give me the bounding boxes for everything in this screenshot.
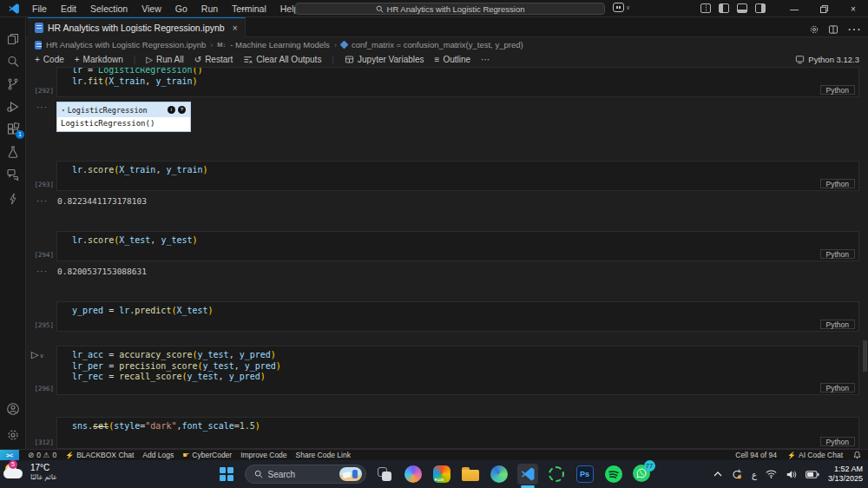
toggle-panel-icon[interactable] [737,3,747,13]
notebook-cell[interactable]: lr.score(X_train, y_train)Python [56,161,859,191]
menu-edit[interactable]: Edit [55,2,82,16]
output-options-icon[interactable]: ··· [36,104,48,111]
notifications-bell-icon[interactable] [853,451,861,459]
breadcrumb-section[interactable]: - Machine Learning Models [230,40,330,49]
blackbox-lightning-icon[interactable] [0,188,26,210]
taskbar-search[interactable]: Search [245,465,366,484]
update-sync-icon[interactable] [731,469,743,480]
toggle-primary-sidebar-icon[interactable] [719,3,729,13]
toolbar-more-icon[interactable]: ··· [481,55,490,64]
add-logs-button[interactable]: Add Logs [142,451,174,459]
weather-widget[interactable]: 5 17°C غائم غالبًا [2,461,56,484]
split-editor-icon[interactable] [828,24,838,35]
cell-position-indicator[interactable]: Cell 94 of 94 [735,451,777,459]
cell-language-picker[interactable]: Python [820,179,855,188]
notebook-cell[interactable]: y_pred = lr.predict(X_test)Python [56,301,859,332]
cell-language-picker[interactable]: Python [820,320,855,329]
cell-code-editor[interactable]: lr.score(X_test, y_test) [57,232,858,247]
source-control-icon[interactable] [0,73,26,96]
menu-run[interactable]: Run [195,2,224,16]
output-options-icon[interactable]: ··· [36,198,48,205]
customize-layout-icon[interactable] [700,3,711,13]
file-explorer-button[interactable] [460,464,481,485]
tab-close-icon[interactable]: × [233,23,238,33]
tab-notebook[interactable]: HR Analytics with Logistic Regression.ip… [28,17,246,37]
cell-code-editor[interactable]: lr.score(X_train, y_train) [57,162,858,176]
start-button[interactable] [216,464,237,485]
back-arrow-icon[interactable]: ← [240,2,249,12]
menu-file[interactable]: File [26,2,53,16]
close-button[interactable]: × [838,0,868,17]
volume-icon[interactable] [786,470,797,479]
explorer-icon[interactable] [0,28,26,50]
notebook-cell[interactable]: lr = LogisticRegression()lr.fit(X_train,… [56,67,859,97]
restart-button[interactable]: ↺Restart [194,55,233,64]
share-code-link-button[interactable]: Share Code Link [296,451,351,459]
vscode-taskbar-button[interactable] [517,464,538,485]
menu-view[interactable]: View [135,2,168,16]
cell-code-editor[interactable]: lr_acc = accuracy_score(y_test, y_pred)l… [57,346,858,383]
cell-code-editor[interactable]: y_pred = lr.predict(X_test) [57,302,858,317]
battery-icon[interactable] [806,471,819,478]
notebook-scroll-area[interactable]: lr = LogisticRegression()lr.fit(X_train,… [26,67,868,449]
edge-button[interactable] [489,464,510,485]
output-options-icon[interactable]: ··· [36,268,48,275]
input-language-indicator[interactable]: ع [752,470,757,479]
remote-indicator[interactable]: >< [0,450,19,461]
cell-code-editor[interactable]: sns.set(style="dark",font_scale=1.5) [57,418,858,432]
testing-icon[interactable] [0,141,26,163]
widget-caret-icon[interactable]: ▾ [62,107,65,113]
cell-language-picker[interactable]: Python [820,249,855,259]
notebook-cell[interactable]: lr.score(X_test, y_test)Python [56,231,859,261]
settings-gear-icon[interactable] [0,424,26,446]
blackbox-chat-button[interactable]: ⚡BLACKBOX Chat [65,451,134,459]
breadcrumb-file[interactable]: HR Analytics with Logistic Regression.ip… [46,40,206,49]
menu-selection[interactable]: Selection [84,2,134,16]
copilot-menu[interactable]: ∨ [613,3,630,12]
extensions-icon[interactable]: 1 [0,118,26,141]
hidden-icons-chevron[interactable] [713,472,722,477]
spotify-button[interactable] [603,464,624,485]
sklearn-estimator-widget[interactable]: ▾LogisticRegressioni?LogisticRegression(… [57,102,190,131]
cell-language-picker[interactable]: Python [820,437,855,446]
forward-arrow-icon[interactable]: → [258,2,267,12]
run-cell-button[interactable]: ▷∨ [31,349,44,360]
improve-code-button[interactable]: Improve Code [240,451,286,459]
scrollbar-thumb[interactable] [863,340,867,372]
whatsapp-button[interactable]: 77 [632,464,653,485]
copilot-app-button[interactable] [403,464,424,485]
comments-icon[interactable] [0,163,26,186]
widget-help-icon[interactable]: ? [178,106,186,114]
add-code-cell-button[interactable]: +Code [35,55,64,64]
command-center-search[interactable]: HR Analytics with Logistic Regression [295,3,605,15]
taskbar-clock[interactable]: 1:52 AM 3/13/2025 [828,465,863,484]
more-actions-icon[interactable]: ··· [847,22,861,37]
clear-all-outputs-button[interactable]: Clear All Outputs [243,55,321,64]
cell-code-editor[interactable]: lr = LogisticRegression()lr.fit(X_train,… [57,67,858,87]
breadcrumb-symbol[interactable]: conf_matrix = confusion_matrix(y_test, y… [352,40,523,49]
add-markdown-cell-button[interactable]: +Markdown [75,55,123,64]
cell-language-picker[interactable]: Python [820,85,855,95]
kernel-picker[interactable]: Python 3.12.3 [795,52,859,67]
problems-indicator[interactable]: ⊘0 ⚠0 [28,451,56,459]
cybercoder-button[interactable]: ☛CyberCoder [182,451,232,459]
wifi-icon[interactable] [766,470,777,478]
account-icon[interactable] [0,398,26,420]
search-sidebar-icon[interactable] [0,50,26,73]
green-ring-app-button[interactable] [546,464,567,485]
toggle-secondary-sidebar-icon[interactable] [755,3,766,13]
m365-copilot-button[interactable]: PLUS [431,464,452,485]
menu-go[interactable]: Go [169,2,194,16]
notebook-cell[interactable]: lr_acc = accuracy_score(y_test, y_pred)l… [56,346,859,395]
ai-code-chat-button[interactable]: ⚡AI Code Chat [787,451,843,459]
run-all-button[interactable]: ▷Run All [146,55,183,64]
minimize-button[interactable]: — [779,0,809,17]
outline-button[interactable]: ≡Outline [435,55,471,64]
notebook-cell[interactable]: sns.set(style="dark",font_scale=1.5)Pyth… [56,417,859,449]
restore-button[interactable] [809,0,838,17]
configure-gear-icon[interactable] [809,24,819,35]
widget-info-icon[interactable]: i [168,106,175,114]
run-debug-icon[interactable] [0,96,26,118]
photoshop-button[interactable]: Ps [575,464,595,485]
cell-language-picker[interactable]: Python [820,383,855,392]
